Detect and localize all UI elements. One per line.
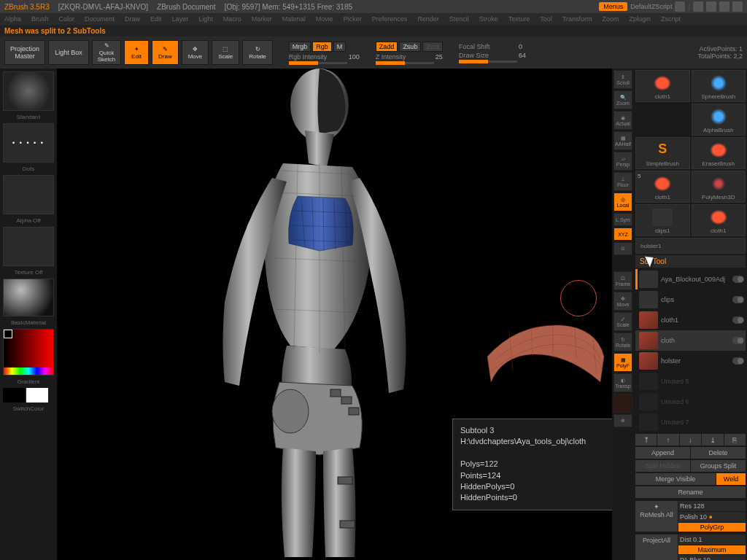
subtool-item-5[interactable]: Unused 5 (635, 371, 746, 392)
maximum-button[interactable]: Maximum (678, 545, 746, 554)
brush-eraser[interactable]: EraserBrush (692, 137, 746, 169)
m-button[interactable]: M (333, 42, 347, 52)
menu-render[interactable]: Render (417, 15, 439, 23)
z-intensity-slider[interactable] (376, 62, 434, 64)
menu-macro[interactable]: Macro (223, 15, 241, 23)
menu-transform[interactable]: Transform (562, 15, 592, 23)
titlebar-icon-1[interactable] (675, 1, 685, 12)
local-button[interactable]: ◎Local (614, 192, 632, 211)
subtool-item-7[interactable]: Unused 7 (635, 412, 746, 432)
subtool-item-2[interactable]: cloth1 (635, 310, 746, 330)
lsym-button[interactable]: L.Sym (614, 213, 632, 226)
menu-light[interactable]: Light (198, 15, 213, 23)
texture-preview[interactable] (3, 227, 54, 266)
xyz-button[interactable]: XYZ (614, 228, 632, 241)
titlebar-icon-5[interactable] (732, 1, 743, 12)
titlebar-icon-4[interactable] (719, 1, 729, 12)
mrgb-button[interactable]: Mrgb (289, 42, 311, 52)
brush-preview[interactable] (3, 71, 54, 111)
weld-button[interactable]: Weld (716, 473, 746, 485)
quick-sketch-button[interactable]: ✎ Quick Sketch (92, 40, 121, 65)
material-preview[interactable] (3, 279, 54, 316)
menu-alpha[interactable]: Alpha (4, 15, 21, 23)
brush-clips1[interactable]: clips1 (635, 204, 690, 236)
scroll-button[interactable]: ⇕Scroll (614, 70, 632, 89)
transp-button[interactable]: ◐Transp (614, 373, 632, 392)
swatch-white[interactable] (26, 388, 48, 402)
aahalf-button[interactable]: ▦AAHalf (614, 131, 632, 150)
rgb-intensity-value[interactable]: 100 (349, 53, 360, 61)
menu-brush[interactable]: Brush (31, 15, 49, 23)
polyf-button[interactable]: ▦PolyF (614, 353, 632, 372)
eye-icon[interactable] (732, 316, 744, 324)
project-all-button[interactable]: ProjectAll (635, 534, 678, 560)
menu-movie[interactable]: Movie (316, 15, 333, 23)
arrow-down[interactable]: ↓ (680, 434, 701, 446)
subtool-header[interactable]: SubTool (635, 255, 746, 268)
rotate-view-button[interactable]: ↻Rotate (614, 332, 632, 351)
menu-tool[interactable]: Tool (540, 15, 552, 23)
eye-icon[interactable] (732, 337, 744, 344)
viewport[interactable]: Subtool 3 H:\dvdchapters\Aya_tools_obj\c… (57, 69, 612, 560)
persp-button[interactable]: ▱Persp (614, 152, 632, 171)
menu-zoom[interactable]: Zoom (603, 15, 619, 23)
scale-button[interactable]: ⬚ Scale (212, 40, 239, 65)
eye-icon[interactable] (732, 276, 744, 283)
color-picker[interactable] (3, 329, 54, 376)
lightbox-button[interactable]: Light Box (48, 40, 89, 65)
switch-color[interactable]: SwitchColor (3, 405, 54, 412)
menu-stencil[interactable]: Stencil (449, 15, 469, 23)
menu-texture[interactable]: Texture (508, 15, 530, 23)
menu-material[interactable]: Material (282, 15, 306, 23)
scale-view-button[interactable]: ⤢Scale (614, 312, 632, 331)
brush-sphere[interactable]: SphereBrush (692, 70, 746, 102)
brush-holster1[interactable]: holster1 (635, 238, 746, 254)
zadd-button[interactable]: Zadd (376, 42, 398, 52)
titlebar-icon-3[interactable] (706, 1, 716, 12)
brush-cloth1[interactable]: cloth1 (635, 70, 690, 102)
subtool-item-1[interactable]: clips (635, 289, 746, 310)
focal-shift-value[interactable]: 0 (519, 43, 522, 50)
arrow-down-all[interactable]: ⤓ (702, 434, 723, 446)
menu-draw[interactable]: Draw (125, 15, 140, 23)
draw-size-slider[interactable] (459, 61, 517, 63)
alpha-preview[interactable] (3, 175, 54, 214)
res-slider[interactable]: Res 128 (678, 501, 746, 511)
menu-zscript[interactable]: Zscript (661, 15, 681, 23)
menu-edit[interactable]: Edit (150, 15, 162, 23)
edit-button[interactable]: ✦ Edit (124, 40, 149, 65)
rotate-button[interactable]: ↻ Rotate (242, 40, 273, 65)
subtool-item-3[interactable]: cloth (635, 330, 746, 351)
brush-cloth1-c[interactable]: cloth1 (692, 204, 746, 236)
draw-button[interactable]: ✎ Draw (152, 40, 179, 65)
pablur-slider[interactable]: PA Blur 10 (678, 555, 746, 560)
brush-polymesh[interactable]: PolyMesh3D (692, 171, 746, 203)
menu-document[interactable]: Document (85, 15, 115, 23)
duplicate-icon[interactable]: ⎘ (724, 434, 746, 446)
subtool-item-0[interactable]: Aya_Blockout_009Adj (635, 269, 746, 289)
menu-stroke[interactable]: Stroke (479, 15, 498, 23)
gradient-label[interactable]: Gradient (3, 378, 54, 385)
brush-alpha[interactable]: AlphaBrush (692, 104, 746, 136)
stroke-preview[interactable] (3, 123, 54, 163)
brush-cloth1-b[interactable]: 5cloth1 (635, 171, 690, 203)
polish-slider[interactable]: Polish 10 ● (678, 512, 746, 522)
zcut-button[interactable]: Zcut (422, 42, 443, 52)
arrow-up-all[interactable]: ⤒ (635, 434, 657, 446)
floor-button[interactable]: ⊥Floor (614, 172, 632, 191)
arrow-up[interactable]: ↑ (657, 434, 678, 446)
subtool-item-6[interactable]: Unused 6 (635, 392, 746, 412)
polygrp-button[interactable]: PolyGrp (678, 523, 746, 532)
menu-preferences[interactable]: Preferences (372, 15, 408, 23)
delete-button[interactable]: Delete (691, 447, 746, 459)
merge-visible-button[interactable]: Merge Visible (635, 473, 716, 485)
eye-icon[interactable] (732, 357, 744, 365)
draw-size-value[interactable]: 64 (519, 52, 526, 59)
rgb-intensity-slider[interactable] (289, 62, 347, 64)
lasso-icon[interactable]: ⊙ (614, 242, 632, 255)
move-button[interactable]: ✥ Move (182, 40, 209, 65)
eye-icon[interactable] (732, 296, 744, 303)
zsub-button[interactable]: Zsub (399, 42, 421, 52)
menus-button[interactable]: Menus (599, 2, 627, 11)
extra-button-1[interactable] (614, 394, 632, 413)
